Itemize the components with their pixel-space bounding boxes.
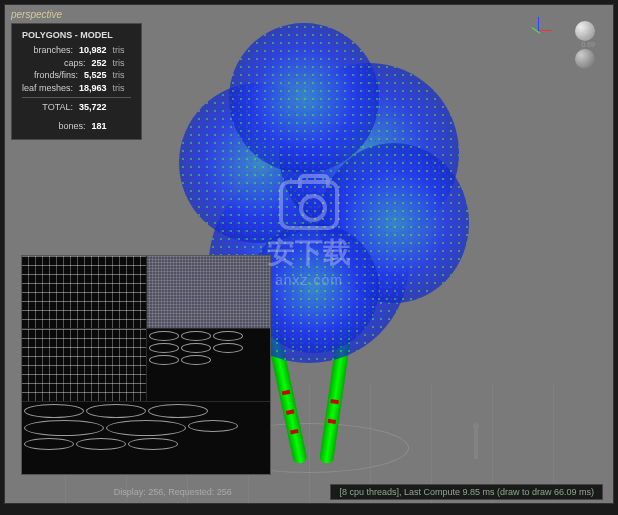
uv-cell-fronds-2 bbox=[22, 402, 270, 474]
uv-cell-leaves-2 bbox=[22, 329, 146, 401]
axis-gizmo-icon[interactable] bbox=[523, 15, 553, 45]
stats-row-total: TOTAL: 35,722 bbox=[22, 101, 131, 114]
viewport-label: perspective bbox=[11, 9, 62, 20]
human-scale-reference-icon bbox=[469, 423, 483, 463]
status-compute-info: [8 cpu threads], Last Compute 9.85 ms (d… bbox=[330, 484, 603, 500]
uv-cell-leaves-1 bbox=[22, 256, 146, 328]
stats-row-branches: branches: 10,982 tris bbox=[22, 44, 131, 57]
status-display-info: Display: 256, Requested: 256 bbox=[15, 487, 330, 497]
stats-row-fronds: fronds/fins: 5,525 tris bbox=[22, 69, 131, 82]
status-bar: Display: 256, Requested: 256 [8 cpu thre… bbox=[5, 484, 613, 500]
stats-title: POLYGONS - MODEL bbox=[22, 30, 131, 40]
uv-cell-bark-mesh bbox=[147, 256, 271, 328]
uv-layout-panel[interactable] bbox=[21, 255, 271, 475]
gizmo-scale-label: 0.69 bbox=[581, 41, 595, 48]
view-tool-sphere-1[interactable] bbox=[575, 21, 595, 41]
viewport-3d[interactable]: perspective POLYGONS - MODEL branches: 1… bbox=[4, 4, 614, 504]
view-tool-sphere-2[interactable] bbox=[575, 49, 595, 69]
stats-row-caps: caps: 252 tris bbox=[22, 57, 131, 70]
stats-row-leaves: leaf meshes: 18,963 tris bbox=[22, 82, 131, 95]
uv-cell-fronds-1 bbox=[147, 329, 271, 401]
polygon-stats-panel: POLYGONS - MODEL branches: 10,982 tris c… bbox=[11, 23, 142, 140]
stats-row-bones: bones: 181 bbox=[22, 120, 131, 133]
